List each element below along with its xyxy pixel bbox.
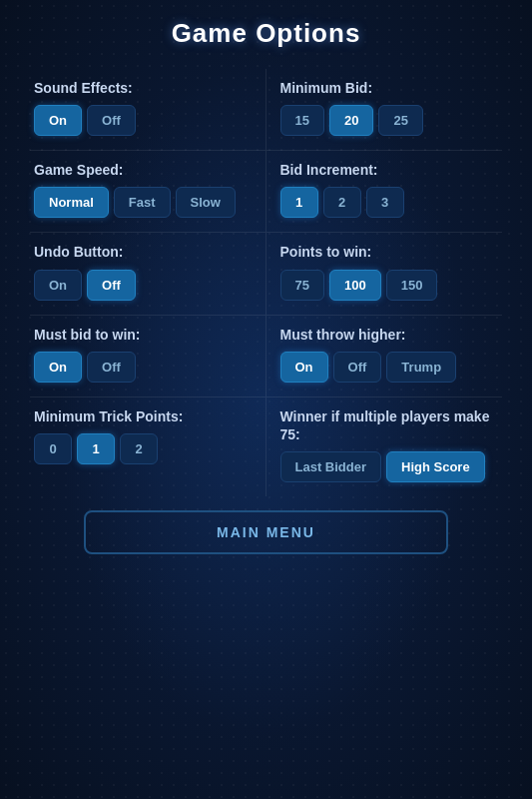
btn-minimum-bid-25[interactable]: 25 [378,105,422,136]
option-group-points-to-win: Points to win:75100150 [266,233,503,315]
btn-group-bid-increment: 123 [280,187,495,218]
page-content: Game Options Sound Effects:OnOffMinimum … [0,0,532,572]
main-menu-button[interactable]: MAIN MENU [84,510,449,554]
option-group-must-bid-to-win: Must bid to win:OnOff [30,316,266,398]
btn-undo-button-on[interactable]: On [34,270,82,301]
option-group-bid-increment: Bid Increment:123 [266,151,503,233]
btn-game-speed-slow[interactable]: Slow [176,187,236,218]
btn-group-undo-button: OnOff [34,270,258,301]
btn-must-bid-to-win-off[interactable]: Off [87,352,136,383]
btn-group-must-throw-higher: OnOffTrump [280,352,495,383]
option-label-must-throw-higher: Must throw higher: [280,326,495,344]
option-label-must-bid-to-win: Must bid to win: [34,326,258,344]
option-label-points-to-win: Points to win: [280,243,495,261]
btn-group-sound-effects: OnOff [34,105,258,136]
btn-minimum-bid-15[interactable]: 15 [280,105,324,136]
btn-minimum-trick-points-0[interactable]: 0 [34,433,72,464]
btn-minimum-trick-points-2[interactable]: 2 [120,433,158,464]
option-label-game-speed: Game Speed: [34,161,258,179]
main-menu-row: MAIN MENU [30,496,502,562]
btn-undo-button-off[interactable]: Off [87,270,136,301]
btn-sound-effects-on[interactable]: On [34,105,82,136]
option-label-bid-increment: Bid Increment: [280,161,495,179]
btn-points-to-win-75[interactable]: 75 [280,270,324,301]
btn-must-throw-higher-trump[interactable]: Trump [386,352,456,383]
btn-group-must-bid-to-win: OnOff [34,352,258,383]
btn-group-game-speed: NormalFastSlow [34,187,258,218]
btn-points-to-win-150[interactable]: 150 [386,270,438,301]
btn-game-speed-normal[interactable]: Normal [34,187,109,218]
btn-winner-multiple-last-bidder[interactable]: Last Bidder [280,451,382,482]
option-group-minimum-bid: Minimum Bid:152025 [266,69,503,151]
btn-group-minimum-bid: 152025 [280,105,495,136]
option-group-minimum-trick-points: Minimum Trick Points:012 [30,398,266,496]
btn-group-winner-multiple: Last BidderHigh Score [280,451,495,482]
btn-bid-increment-1[interactable]: 1 [280,187,318,218]
page-title: Game Options [172,18,361,49]
btn-must-bid-to-win-on[interactable]: On [34,352,82,383]
option-label-minimum-bid: Minimum Bid: [280,79,495,97]
options-grid: Sound Effects:OnOffMinimum Bid:152025Gam… [30,69,502,496]
btn-minimum-trick-points-1[interactable]: 1 [77,433,115,464]
btn-bid-increment-2[interactable]: 2 [323,187,361,218]
btn-points-to-win-100[interactable]: 100 [329,270,381,301]
option-label-winner-multiple: Winner if multiple players make 75: [280,407,495,443]
option-group-sound-effects: Sound Effects:OnOff [30,69,266,151]
btn-minimum-bid-20[interactable]: 20 [329,105,373,136]
option-group-winner-multiple: Winner if multiple players make 75:Last … [266,398,503,496]
option-group-undo-button: Undo Button:OnOff [30,233,266,315]
btn-must-throw-higher-off[interactable]: Off [333,352,382,383]
btn-must-throw-higher-on[interactable]: On [280,352,328,383]
btn-winner-multiple-high-score[interactable]: High Score [386,451,485,482]
option-group-must-throw-higher: Must throw higher:OnOffTrump [266,316,503,398]
option-label-sound-effects: Sound Effects: [34,79,258,97]
btn-game-speed-fast[interactable]: Fast [114,187,171,218]
btn-sound-effects-off[interactable]: Off [87,105,136,136]
btn-group-points-to-win: 75100150 [280,270,495,301]
option-group-game-speed: Game Speed:NormalFastSlow [30,151,266,233]
btn-bid-increment-3[interactable]: 3 [366,187,404,218]
option-label-minimum-trick-points: Minimum Trick Points: [34,407,258,425]
btn-group-minimum-trick-points: 012 [34,433,258,464]
option-label-undo-button: Undo Button: [34,243,258,261]
